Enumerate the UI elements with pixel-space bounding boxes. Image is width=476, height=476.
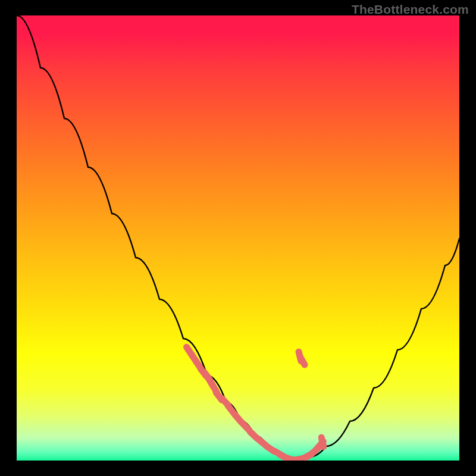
marker-dash (321, 437, 324, 447)
chart-svg (17, 15, 459, 461)
bottleneck-curve (17, 15, 459, 461)
marker-dash (228, 406, 234, 414)
plot-frame (17, 15, 459, 461)
watermark-text: TheBottleneck.com (352, 2, 469, 17)
highlighted-points (187, 347, 324, 460)
marker-dash (300, 356, 305, 365)
